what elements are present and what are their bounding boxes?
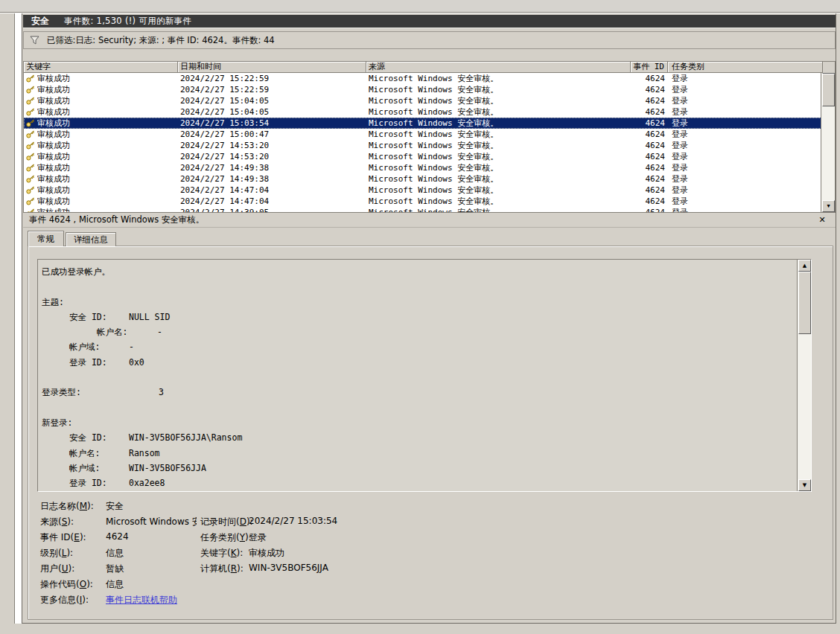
property-label: 事件 ID(E): xyxy=(40,531,86,544)
event-count-summary: 事件数: 1,530 (!) 可用的新事件 xyxy=(64,16,191,27)
description-value: WIN-3V5BOF56JJA xyxy=(129,463,206,473)
event-source: Microsoft Windows 安全审核。 xyxy=(366,129,631,140)
description-line xyxy=(38,370,811,385)
event-source: Microsoft Windows 安全审核。 xyxy=(366,151,631,162)
key-icon xyxy=(26,197,35,205)
event-datetime: 2024/2/27 15:04:05 xyxy=(178,106,366,118)
event-id: 4624 xyxy=(631,95,668,106)
property-row: 来源(S): Microsoft Windows 安全审核。 记录时间(D): … xyxy=(28,513,833,529)
property-label: 关键字(K): xyxy=(200,547,243,560)
event-source: Microsoft Windows 安全审核。 xyxy=(366,196,631,207)
events-table-body: 审核成功 2024/2/27 15:22:59 Microsoft Window… xyxy=(24,73,835,213)
property-label: 记录时间(D): xyxy=(200,516,253,528)
event-datetime: 2024/2/27 15:04:05 xyxy=(178,95,366,106)
event-keyword: 审核成功 xyxy=(37,118,70,129)
event-id: 4624 xyxy=(631,73,668,84)
event-viewer-pane: 安全 事件数: 1,530 (!) 可用的新事件 已筛选:日志: Securit… xyxy=(22,13,836,624)
event-datetime: 2024/2/27 14:53:20 xyxy=(178,151,366,162)
event-keyword: 审核成功 xyxy=(37,84,70,95)
key-icon xyxy=(26,175,35,183)
column-header-datetime[interactable]: 日期和时间 xyxy=(178,62,366,73)
scroll-down-icon[interactable]: ▼ xyxy=(798,479,811,491)
event-category: 登录 xyxy=(668,140,823,151)
property-value: 事件日志联机帮助 xyxy=(106,594,177,606)
event-category: 登录 xyxy=(668,207,823,213)
event-row[interactable]: 审核成功 2024/2/27 15:00:47 Microsoft Window… xyxy=(24,129,835,140)
window-top-band xyxy=(0,0,840,13)
tab-details[interactable]: 详细信息 xyxy=(66,232,116,246)
event-row[interactable]: 审核成功 2024/2/27 14:53:20 Microsoft Window… xyxy=(24,140,835,151)
property-value: 2024/2/27 15:03:54 xyxy=(249,516,337,526)
description-value: - xyxy=(129,342,134,352)
scroll-down-icon[interactable]: ▼ xyxy=(822,200,835,212)
description-scrollbar-thumb[interactable] xyxy=(798,272,811,334)
event-id: 4624 xyxy=(631,151,668,162)
property-label: 级别(L): xyxy=(40,547,73,560)
console-tree-edge xyxy=(14,13,22,624)
property-value: 安全 xyxy=(106,500,124,513)
events-table-header: 关键字 日期和时间 来源 事件 ID 任务类别 xyxy=(24,62,835,73)
events-table: 关键字 日期和时间 来源 事件 ID 任务类别 审核成功 2024/2/27 1… xyxy=(23,61,836,213)
event-id: 4624 xyxy=(631,196,668,207)
event-log-online-help-link[interactable]: 事件日志联机帮助 xyxy=(106,595,177,605)
event-row[interactable]: 审核成功 2024/2/27 15:22:59 Microsoft Window… xyxy=(24,84,835,95)
event-row[interactable]: 审核成功 2024/2/27 14:53:20 Microsoft Window… xyxy=(24,151,835,162)
property-row: 级别(L): 信息 关键字(K): 审核成功 xyxy=(28,545,833,560)
events-scrollbar[interactable]: ▲ ▼ xyxy=(821,62,835,212)
events-scrollbar-thumb[interactable] xyxy=(822,74,835,106)
description-line xyxy=(38,279,811,294)
event-id: 4624 xyxy=(631,162,668,173)
event-datetime: 2024/2/27 15:22:59 xyxy=(178,73,366,84)
event-datetime: 2024/2/27 15:22:59 xyxy=(178,84,366,95)
description-line: 安全 ID: WIN-3V5BOF56JJA\Ransom xyxy=(38,430,811,445)
key-icon xyxy=(26,86,35,94)
event-keyword: 审核成功 xyxy=(37,196,70,207)
description-line: 帐户名: - xyxy=(38,324,811,339)
event-datetime: 2024/2/27 14:39:05 xyxy=(178,207,366,213)
close-icon[interactable]: ✕ xyxy=(816,214,828,225)
property-row: 操作代码(O): 信息 xyxy=(28,576,833,592)
description-line: 已成功登录帐户。 xyxy=(38,264,811,279)
scroll-up-icon[interactable]: ▲ xyxy=(798,260,811,272)
event-datetime: 2024/2/27 14:47:04 xyxy=(178,185,366,196)
event-category: 登录 xyxy=(668,185,823,196)
column-header-event-id[interactable]: 事件 ID xyxy=(631,62,668,73)
event-source: Microsoft Windows 安全审核。 xyxy=(366,95,631,106)
event-id: 4624 xyxy=(631,185,668,196)
column-header-source[interactable]: 来源 xyxy=(366,62,631,73)
property-value: 信息 xyxy=(106,547,124,560)
event-category: 登录 xyxy=(668,73,823,84)
event-row[interactable]: 审核成功 2024/2/27 15:03:54 Microsoft Window… xyxy=(24,118,835,129)
event-category: 登录 xyxy=(668,162,823,173)
event-row[interactable]: 审核成功 2024/2/27 14:49:38 Microsoft Window… xyxy=(24,162,835,173)
description-line: 帐户名: Ransom xyxy=(38,446,811,461)
column-header-keyword[interactable]: 关键字 xyxy=(24,62,178,73)
event-row[interactable]: 审核成功 2024/2/27 14:39:05 Microsoft Window… xyxy=(24,207,835,213)
event-category: 登录 xyxy=(668,196,823,207)
description-line: 主题: xyxy=(38,295,811,310)
event-row[interactable]: 审核成功 2024/2/27 14:47:04 Microsoft Window… xyxy=(24,196,835,207)
event-row[interactable]: 审核成功 2024/2/27 14:49:38 Microsoft Window… xyxy=(24,173,835,185)
event-description-text: 已成功登录帐户。 主题: 安全 ID: NULL SID 帐户名: - 帐户域:… xyxy=(38,260,811,490)
key-icon xyxy=(26,108,35,116)
description-scrollbar[interactable]: ▲ ▼ xyxy=(797,260,811,491)
key-icon xyxy=(26,97,35,105)
event-keyword: 审核成功 xyxy=(37,73,70,84)
event-id: 4624 xyxy=(631,118,668,129)
event-row[interactable]: 审核成功 2024/2/27 14:47:04 Microsoft Window… xyxy=(24,185,835,196)
key-icon xyxy=(26,119,35,127)
general-tab-panel: 已成功登录帐户。 主题: 安全 ID: NULL SID 帐户名: - 帐户域:… xyxy=(28,246,833,620)
column-header-category[interactable]: 任务类别 xyxy=(668,62,823,73)
key-icon xyxy=(26,164,35,172)
property-label: 用户(U): xyxy=(40,563,74,575)
property-label: 操作代码(O): xyxy=(40,578,93,591)
tab-general[interactable]: 常规 xyxy=(28,231,64,246)
description-value: - xyxy=(157,327,162,337)
event-row[interactable]: 审核成功 2024/2/27 15:22:59 Microsoft Window… xyxy=(24,73,835,84)
event-datetime: 2024/2/27 14:49:38 xyxy=(178,173,366,185)
event-row[interactable]: 审核成功 2024/2/27 15:04:05 Microsoft Window… xyxy=(24,95,835,106)
event-row[interactable]: 审核成功 2024/2/27 15:04:05 Microsoft Window… xyxy=(24,106,835,118)
description-label: 安全 ID: xyxy=(69,432,107,444)
description-line: 新登录: xyxy=(38,415,811,430)
event-id: 4624 xyxy=(631,173,668,185)
